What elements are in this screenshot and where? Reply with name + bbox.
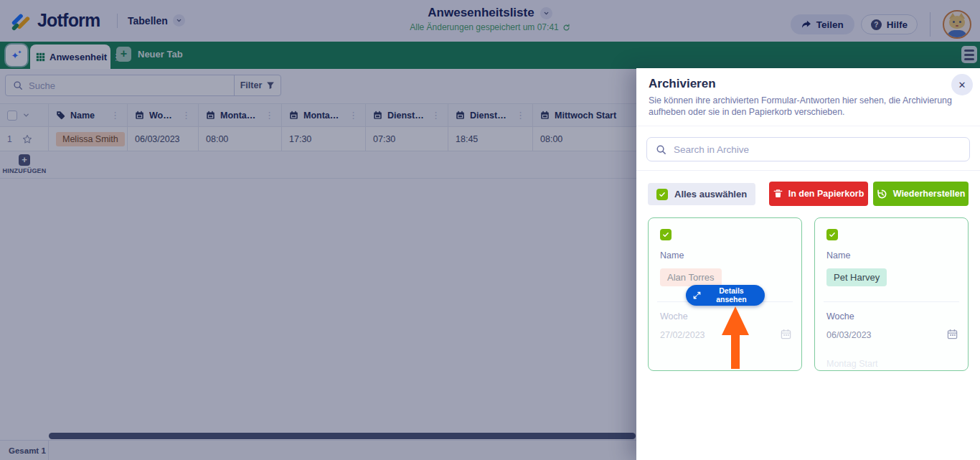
name-chip: Alan Torres xyxy=(660,268,722,286)
history-clock-icon xyxy=(877,189,887,200)
archive-controls: Alles auswählen In den Papierkorb Wieder… xyxy=(636,182,980,206)
details-tooltip[interactable]: Details ansehen xyxy=(686,285,765,306)
panel-description: Sie können ihre archivierten Formular-An… xyxy=(649,95,958,118)
field-label-woche: Woche xyxy=(660,311,688,321)
card-checkbox[interactable] xyxy=(826,229,838,240)
field-label-woche: Woche xyxy=(826,311,854,321)
search-icon xyxy=(656,144,666,155)
select-all-toggle[interactable]: Alles auswählen xyxy=(648,183,755,205)
panel-divider xyxy=(636,126,980,126)
card-divider xyxy=(824,301,959,302)
expand-arrows-icon xyxy=(692,291,702,300)
calendar-icon xyxy=(947,329,958,339)
calendar-icon xyxy=(781,329,791,339)
close-button[interactable]: ✕ xyxy=(951,74,973,95)
clipped-field-label: Montag Start xyxy=(826,359,878,369)
panel-divider xyxy=(636,170,980,171)
week-value: 27/02/2023 xyxy=(660,330,705,340)
name-chip: Pet Harvey xyxy=(826,268,887,286)
jotform-tables-screen: Jotform Tabellen Anwesenheitsliste Alle … xyxy=(0,0,980,460)
card-checkbox[interactable] xyxy=(660,229,672,240)
pointer-arrow-shaft xyxy=(731,333,740,369)
pointer-arrow-head xyxy=(722,306,749,335)
archived-card-pet-harvey[interactable]: Name Pet Harvey Woche 06/03/2023 Montag … xyxy=(814,217,969,371)
archived-card-alan-torres[interactable]: Name Alan Torres Woche 27/02/2023 Detail… xyxy=(648,217,802,371)
move-to-trash-button[interactable]: In den Papierkorb xyxy=(769,182,868,206)
restore-button[interactable]: Wiederherstellen xyxy=(873,182,969,206)
field-label-name: Name xyxy=(826,250,850,260)
field-label-name: Name xyxy=(660,250,684,260)
archive-search-input[interactable] xyxy=(674,144,961,155)
archive-search-box[interactable] xyxy=(646,137,970,161)
close-icon: ✕ xyxy=(958,80,966,90)
week-value: 06/03/2023 xyxy=(826,330,872,340)
panel-title: Archivieren xyxy=(649,77,716,91)
checked-checkbox-icon[interactable] xyxy=(656,189,668,200)
archive-panel: Archivieren Sie können ihre archivierten… xyxy=(636,68,980,460)
trash-icon xyxy=(773,189,783,199)
